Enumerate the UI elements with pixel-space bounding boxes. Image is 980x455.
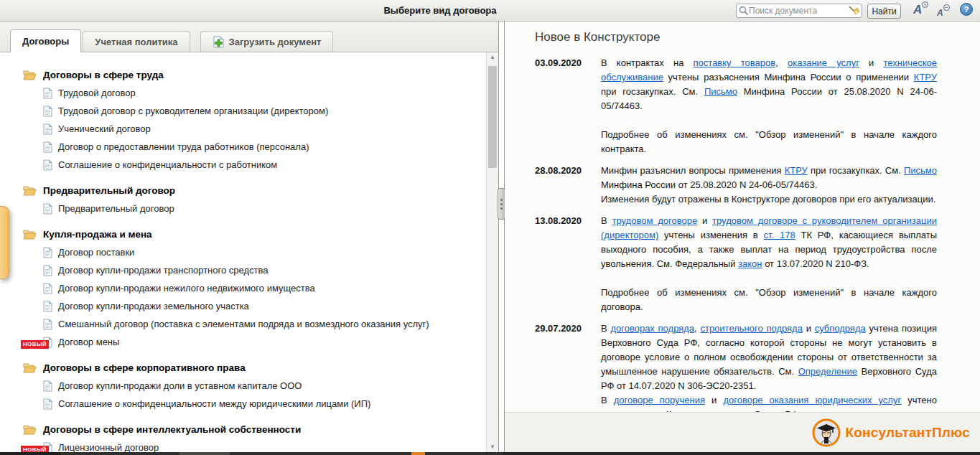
document-icon <box>43 283 52 294</box>
tree-item[interactable]: НОВЫЙЛицензионный договор <box>0 438 486 452</box>
contract-type-tree: Договоры в сфере трудаТрудовой договорТр… <box>0 52 486 452</box>
tree-item[interactable]: Договор поставки <box>0 243 486 261</box>
scroll-up-icon[interactable]: ▲ <box>487 52 498 62</box>
news-link[interactable]: договоре оказания юридических услуг <box>723 395 901 405</box>
document-icon <box>43 203 52 215</box>
news-text: Минфин разъяснил вопросы применения КТРУ… <box>601 164 937 207</box>
new-badge: НОВЫЙ <box>21 340 49 349</box>
tree-item[interactable]: Предварительный договор <box>0 200 486 217</box>
tree-group: Предварительный договорПредварительный д… <box>0 181 486 217</box>
tree-item[interactable]: Договор о предоставлении труда работнико… <box>0 138 486 156</box>
news-link[interactable]: КТРУ <box>914 72 937 83</box>
search-box <box>736 4 862 18</box>
tree-item[interactable]: Договор купли-продажи земельного участка <box>0 297 486 315</box>
document-icon <box>43 123 52 135</box>
news-link[interactable]: договорах подряда <box>610 323 694 334</box>
panel-splitter[interactable] <box>498 22 505 452</box>
tree-item-label: Соглашение о конфиденциальности между юр… <box>58 398 370 409</box>
search-input[interactable] <box>749 6 848 16</box>
tab-label: Договоры <box>22 31 69 52</box>
tree-item[interactable]: Договор купли-продажи доли в уставном ка… <box>0 377 486 395</box>
tree-item[interactable]: Трудовой договор <box>0 84 486 102</box>
document-icon <box>43 247 52 258</box>
tree-item[interactable]: Соглашение о конфиденциальности с работн… <box>0 156 486 174</box>
tree-scrollbar[interactable]: ▲ ▼ <box>486 52 498 452</box>
tab-label: Учетная политика <box>95 32 177 52</box>
contract-constructor-window: Выберите вид договора Найти A+ A− ? Дого… <box>0 0 980 455</box>
news-link[interactable]: ст. 178 <box>764 230 795 240</box>
tree-item-label: Ученический договор <box>58 123 151 134</box>
tree-group-header[interactable]: Купля-продажа и мена <box>0 225 486 243</box>
news-date: 03.09.2020 <box>535 56 601 156</box>
tree-item[interactable]: Соглашение о конфиденциальности между юр… <box>0 395 486 413</box>
tab-uchetnaya-politika[interactable]: Учетная политика <box>83 31 190 52</box>
brand-name: КонсультантПлюс <box>845 425 970 441</box>
consultantplus-logo: КонсультантПлюс <box>812 418 970 447</box>
font-decrease-button[interactable]: A− <box>937 6 950 19</box>
news-link[interactable]: трудовом договоре <box>612 215 698 226</box>
plus-icon: + <box>922 1 928 8</box>
tree-group-header[interactable]: Договоры в сфере труда <box>0 65 486 84</box>
tab-dogovory[interactable]: Договоры <box>10 29 81 52</box>
document-icon <box>43 301 52 312</box>
tree-group-label: Договоры в сфере труда <box>43 70 164 80</box>
find-button[interactable]: Найти <box>867 4 901 19</box>
tree-item[interactable]: Смешанный договор (поставка с элементами… <box>0 315 486 333</box>
news-title: Новое в Конструкторе <box>535 30 937 44</box>
tree-item-label: Смешанный договор (поставка с элементами… <box>58 319 429 329</box>
top-bar: Выберите вид договора Найти A+ A− ? <box>0 0 980 22</box>
broom-icon[interactable] <box>848 5 860 17</box>
tree-item[interactable]: Договор купли-продажи нежилого недвижимо… <box>0 279 486 297</box>
tree-item-label: Договор купли-продажи нежилого недвижимо… <box>58 283 315 294</box>
news-link[interactable]: Определение <box>798 366 857 377</box>
strip-accent <box>411 452 425 455</box>
tree-group-label: Купля-продажа и мена <box>43 229 152 240</box>
help-icon[interactable]: ? <box>960 3 973 16</box>
tree-item-label: Договор купли-продажи транспортного сред… <box>58 265 269 276</box>
news-link[interactable]: оказание услуг <box>788 57 859 68</box>
tree-group-header[interactable]: Договоры в сфере корпоративного права <box>0 358 486 377</box>
tab-bar: ДоговорыУчетная политикаЗагрузить докуме… <box>0 22 499 52</box>
tree-scrollbar-thumb[interactable] <box>488 66 497 168</box>
add-document-icon <box>213 36 225 48</box>
page-title: Выберите вид договора <box>383 5 496 16</box>
news-date: 28.08.2020 <box>535 164 601 207</box>
document-icon <box>43 88 52 99</box>
search-icon <box>739 6 749 16</box>
new-badge: НОВЫЙ <box>21 446 49 452</box>
tree-item-label: Трудовой договор <box>58 88 136 98</box>
tree-item[interactable]: НОВЫЙДоговор мены <box>0 333 486 351</box>
tab-zagruzit-dokument[interactable]: Загрузить документ <box>200 31 334 52</box>
tree-group-header[interactable]: Договоры в сфере интеллектуальной собств… <box>0 420 486 438</box>
news-link[interactable]: договоре поручения <box>614 395 705 405</box>
news-link[interactable]: КТРУ <box>785 165 808 176</box>
news-link[interactable]: поставку товаров <box>694 57 776 68</box>
document-icon <box>43 265 52 276</box>
scroll-down-icon[interactable]: ▼ <box>487 442 498 452</box>
tree-item-label: Предварительный договор <box>58 203 174 214</box>
news-link[interactable]: закон <box>738 258 762 269</box>
tree-item[interactable]: Ученический договор <box>0 120 486 138</box>
news-item: 13.08.2020В трудовом договоре и трудовом… <box>535 214 937 314</box>
document-icon <box>43 380 52 392</box>
document-icon <box>43 319 52 330</box>
tree-item-label: Договор мены <box>58 337 119 347</box>
tree-item[interactable]: Трудовой договор с руководителем организ… <box>0 102 486 120</box>
news-link[interactable]: Письмо <box>904 165 937 176</box>
tree-item-label: Договор о предоставлении труда работнико… <box>58 141 309 152</box>
tree-item-label: Договор купли-продажи земельного участка <box>58 301 249 311</box>
tree-item[interactable]: Договор купли-продажи транспортного сред… <box>0 261 486 279</box>
tree-group-label: Договоры в сфере корпоративного права <box>43 362 246 373</box>
news-date: 13.08.2020 <box>535 214 601 314</box>
folder-icon <box>23 362 37 373</box>
font-increase-button[interactable]: A+ <box>913 3 928 17</box>
bottom-strip <box>0 452 980 455</box>
news-link[interactable]: строительного подряда <box>700 323 802 334</box>
news-link[interactable]: Письмо <box>704 86 737 97</box>
side-panel-handle[interactable] <box>0 206 9 279</box>
tree-group-label: Договоры в сфере интеллектуальной собств… <box>43 424 301 435</box>
footer: КонсультантПлюс <box>505 412 980 452</box>
tree-item-label: Соглашение о конфиденциальности с работн… <box>58 159 277 170</box>
tree-group-header[interactable]: Предварительный договор <box>0 181 486 200</box>
news-link[interactable]: субподряда <box>815 323 866 334</box>
